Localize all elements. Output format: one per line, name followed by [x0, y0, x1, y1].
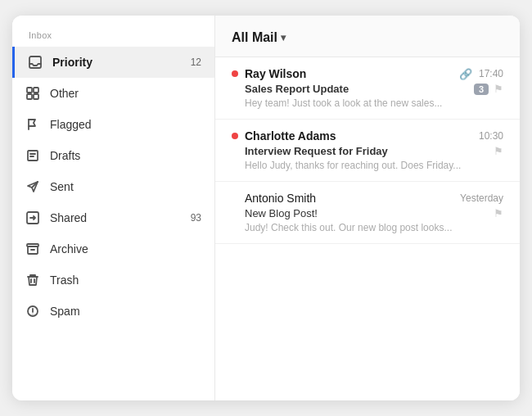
email-row2: New Blog Post! ⚑: [232, 207, 503, 219]
priority-badge: 12: [191, 57, 201, 68]
email-item-charlotte-adams[interactable]: Charlotte Adams 10:30 Interview Request …: [215, 120, 520, 182]
attachment-icon: 🔗: [459, 68, 472, 80]
send-icon: [25, 179, 40, 194]
spam-icon: [25, 304, 40, 319]
sidebar-item-shared[interactable]: Shared 93: [12, 202, 214, 233]
email-row1: Charlotte Adams 10:30: [232, 129, 503, 142]
other-label: Other: [50, 87, 201, 100]
app-container: Inbox Priority 12 Other: [12, 16, 520, 400]
shared-badge: 93: [191, 212, 201, 224]
sidebar-item-flagged[interactable]: Flagged: [12, 109, 214, 140]
email-sender: Antonio Smith: [245, 192, 460, 205]
chevron-down-icon: ▾: [281, 32, 286, 43]
email-row2: Interview Request for Friday ⚑: [232, 145, 503, 157]
email-item-antonio-smith[interactable]: Antonio Smith Yesterday New Blog Post! ⚑…: [215, 182, 520, 244]
main-content: All Mail ▾ Ray Wilson 🔗 17:40 Sales Repo…: [215, 16, 520, 400]
sent-label: Sent: [50, 180, 201, 193]
email-sender: Ray Wilson: [245, 67, 456, 80]
email-preview: Hey team! Just took a look at the new sa…: [245, 97, 503, 109]
spam-label: Spam: [50, 305, 201, 318]
email-preview: Judy! Check this out. Our new blog post …: [245, 222, 503, 233]
email-subject: New Blog Post!: [245, 207, 494, 219]
svg-point-9: [33, 314, 34, 314]
header-title-text: All Mail: [232, 30, 277, 45]
flag-icon: [25, 117, 40, 132]
email-subject: Sales Report Update: [245, 83, 474, 95]
flagged-label: Flagged: [50, 118, 201, 131]
shared-label: Shared: [50, 211, 191, 224]
email-row3: Judy! Check this out. Our new blog post …: [232, 222, 503, 233]
all-mail-dropdown[interactable]: All Mail ▾: [232, 30, 503, 45]
email-sender: Charlotte Adams: [245, 129, 479, 142]
email-time: 17:40: [479, 68, 503, 79]
svg-rect-4: [34, 94, 38, 99]
svg-rect-7: [27, 244, 38, 246]
sidebar: Inbox Priority 12 Other: [12, 16, 215, 400]
inbox-icon: [28, 55, 43, 70]
svg-rect-3: [27, 94, 32, 99]
email-row1: Ray Wilson 🔗 17:40: [232, 67, 503, 80]
svg-rect-1: [27, 88, 32, 93]
email-item-ray-wilson[interactable]: Ray Wilson 🔗 17:40 Sales Report Update 3…: [215, 57, 520, 120]
main-header: All Mail ▾: [215, 16, 520, 57]
email-time: 10:30: [479, 130, 503, 142]
sidebar-item-spam[interactable]: Spam: [12, 296, 214, 327]
drafts-label: Drafts: [50, 149, 201, 162]
flag-icon: ⚑: [494, 83, 503, 95]
sidebar-item-priority[interactable]: Priority 12: [12, 47, 214, 78]
email-badge: 3: [474, 84, 489, 95]
sidebar-item-drafts[interactable]: Drafts: [12, 140, 214, 171]
svg-rect-5: [28, 151, 38, 161]
sidebar-item-trash[interactable]: Trash: [12, 265, 214, 296]
unread-dot: [232, 133, 238, 139]
archive-label: Archive: [50, 242, 201, 255]
email-row1: Antonio Smith Yesterday: [232, 192, 503, 205]
email-row2: Sales Report Update 3 ⚑: [232, 83, 503, 95]
priority-label: Priority: [52, 56, 191, 69]
email-time: Yesterday: [460, 192, 503, 204]
unread-dot: [232, 70, 238, 77]
svg-rect-2: [34, 88, 38, 93]
flag-icon: ⚑: [494, 145, 503, 157]
other-icon: [25, 86, 40, 101]
sidebar-section-label: Inbox: [12, 30, 214, 47]
trash-label: Trash: [50, 274, 201, 287]
trash-icon: [25, 273, 40, 287]
email-row3: Hello Judy, thanks for reaching out. Doe…: [232, 160, 503, 171]
shared-icon: [25, 210, 40, 225]
email-row3: Hey team! Just took a look at the new sa…: [232, 97, 503, 109]
archive-icon: [25, 242, 40, 256]
sidebar-item-sent[interactable]: Sent: [12, 171, 214, 202]
email-preview: Hello Judy, thanks for reaching out. Doe…: [245, 160, 503, 171]
sidebar-item-other[interactable]: Other: [12, 78, 214, 109]
drafts-icon: [25, 148, 40, 163]
sidebar-item-archive[interactable]: Archive: [12, 233, 214, 265]
email-list: Ray Wilson 🔗 17:40 Sales Report Update 3…: [215, 57, 520, 400]
svg-rect-0: [29, 57, 41, 68]
flag-icon: ⚑: [494, 207, 503, 219]
email-subject: Interview Request for Friday: [245, 145, 494, 157]
